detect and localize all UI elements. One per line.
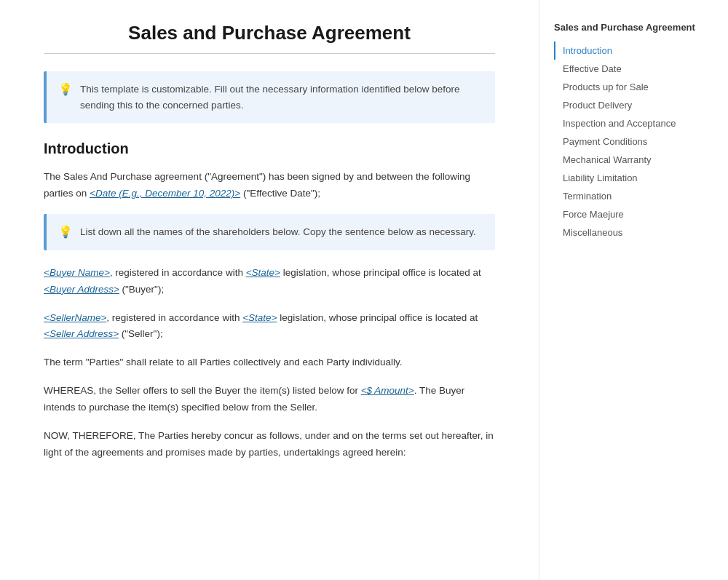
tip-icon-1: 💡 (58, 82, 73, 96)
sidebar-nav-item-miscellaneous[interactable]: Miscellaneous (554, 223, 713, 242)
tip-text-1: This template is customizable. Fill out … (80, 82, 483, 113)
seller-address-field[interactable]: <Seller Address> (44, 328, 119, 339)
buyer-state-field[interactable]: <State> (246, 267, 280, 278)
tip-box-1: 💡 This template is customizable. Fill ou… (44, 71, 495, 123)
sidebar-nav-item-effective-date[interactable]: Effective Date (554, 60, 713, 78)
sidebar-nav-item-product-delivery[interactable]: Product Delivery (554, 96, 713, 114)
tip-box-2: 💡 List down all the names of the shareho… (44, 214, 495, 250)
title-divider (44, 53, 495, 54)
buyer-name-field[interactable]: <Buyer Name> (44, 267, 110, 278)
amount-field[interactable]: <$ Amount> (361, 385, 414, 396)
sidebar-nav-item-products-up-for-sale[interactable]: Products up for Sale (554, 78, 713, 96)
intro-paragraph-1: The Sales And Purchase agreement ("Agree… (44, 169, 495, 202)
sidebar-nav-item-introduction[interactable]: Introduction (554, 41, 713, 60)
main-content: Sales and Purchase Agreement 💡 This temp… (0, 0, 539, 580)
effective-date-field[interactable]: <Date (E.g., December 10, 2022)> (90, 188, 240, 199)
seller-name-field[interactable]: <SellerName> (44, 312, 106, 323)
tip-icon-2: 💡 (58, 225, 73, 239)
sidebar-nav-item-liability-limitation[interactable]: Liability Limitation (554, 169, 713, 187)
intro-paragraph-3: WHEREAS, the Seller offers to sell the B… (44, 383, 495, 416)
sidebar: Sales and Purchase Agreement Introductio… (539, 0, 728, 580)
sidebar-nav-item-inspection-and-acceptance[interactable]: Inspection and Acceptance (554, 114, 713, 132)
buyer-address-field[interactable]: <Buyer Address> (44, 284, 119, 295)
sidebar-nav-item-termination[interactable]: Termination (554, 187, 713, 205)
sidebar-doc-title: Sales and Purchase Agreement (554, 22, 713, 33)
sidebar-nav-item-payment-conditions[interactable]: Payment Conditions (554, 132, 713, 151)
introduction-heading: Introduction (44, 140, 495, 157)
seller-state-field[interactable]: <State> (242, 312, 277, 323)
sidebar-nav-item-mechanical-warranty[interactable]: Mechanical Warranty (554, 151, 713, 169)
intro-paragraph-4: NOW, THEREFORE, The Parties hereby concu… (44, 428, 495, 461)
tip-text-2: List down all the names of the sharehold… (80, 224, 476, 240)
intro-paragraph-2: The term "Parties" shall relate to all P… (44, 354, 495, 371)
seller-paragraph: <SellerName>, registered in accordance w… (44, 310, 495, 343)
buyer-paragraph: <Buyer Name>, registered in accordance w… (44, 265, 495, 298)
sidebar-nav-item-force-maejure[interactable]: Force Maejure (554, 205, 713, 223)
sidebar-nav: IntroductionEffective DateProducts up fo… (554, 41, 713, 242)
document-title: Sales and Purchase Agreement (44, 22, 495, 44)
